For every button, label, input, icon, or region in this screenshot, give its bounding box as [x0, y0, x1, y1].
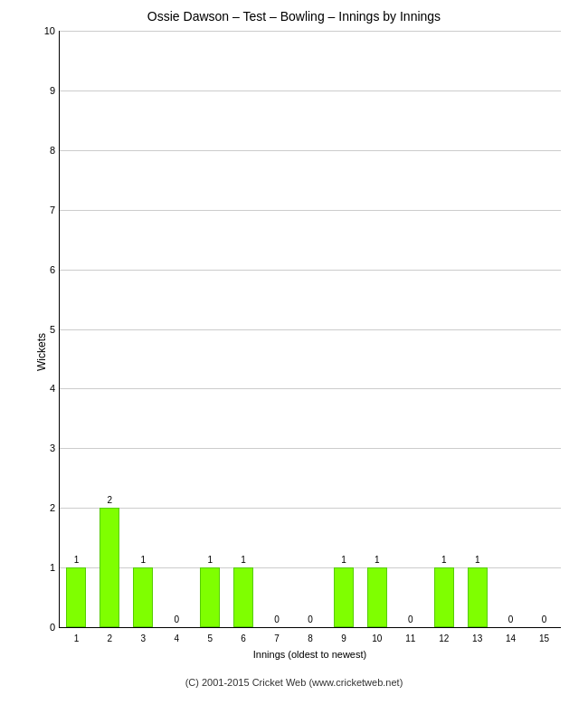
- bar-value-label: 2: [100, 495, 119, 505]
- y-tick-label: 0: [50, 622, 55, 633]
- bar-value-label: 1: [435, 555, 453, 565]
- x-tick-label: 2: [100, 634, 119, 643]
- x-tick-label: 1: [67, 634, 85, 643]
- grid-line: [60, 448, 561, 449]
- bar-value-label: 1: [201, 555, 219, 565]
- bar-value-label: 1: [335, 555, 353, 565]
- x-tick-label: 15: [536, 634, 554, 643]
- bar: [100, 508, 119, 627]
- bar-value-label: 1: [234, 555, 252, 565]
- x-tick-label: 4: [167, 634, 185, 643]
- bar-value-label: 0: [301, 614, 319, 624]
- y-tick-label: 7: [50, 205, 55, 215]
- bar: [66, 567, 86, 627]
- x-tick-label: 14: [502, 634, 520, 643]
- chart-title: Ossie Dawson – Test – Bowling – Innings …: [9, 9, 579, 24]
- bar-value-label: 0: [167, 614, 185, 624]
- x-tick-label: 7: [268, 634, 286, 643]
- grid-line: [60, 90, 561, 91]
- chart-area: 0123456789101122130415160708191100111121…: [59, 31, 561, 628]
- grid-line: [60, 388, 561, 389]
- grid-line: [60, 329, 561, 330]
- x-tick-label: 3: [134, 634, 152, 643]
- bar: [468, 567, 488, 627]
- bar-value-label: 0: [268, 614, 286, 624]
- x-tick-label: 6: [234, 634, 252, 643]
- x-tick-label: 9: [335, 634, 353, 643]
- y-tick-label: 4: [50, 383, 55, 394]
- bar: [233, 567, 253, 627]
- x-axis-title: Innings (oldest to newest): [59, 649, 561, 660]
- y-tick-label: 5: [50, 324, 55, 335]
- grid-line: [60, 31, 561, 32]
- grid-line: [60, 270, 561, 271]
- bar-value-label: 1: [469, 555, 487, 565]
- chart-container: Ossie Dawson – Test – Bowling – Innings …: [0, 0, 588, 724]
- bar-value-label: 1: [368, 555, 386, 565]
- grid-line: [60, 508, 561, 509]
- bar: [133, 567, 153, 627]
- bar-value-label: 0: [402, 614, 420, 624]
- y-tick-label: 9: [50, 85, 55, 96]
- y-tick-label: 1: [50, 562, 55, 573]
- bar: [334, 567, 354, 627]
- x-tick-label: 8: [301, 634, 319, 643]
- bar-value-label: 1: [134, 555, 152, 565]
- y-tick-label: 3: [50, 443, 55, 453]
- bar-value-label: 0: [536, 614, 554, 624]
- x-tick-label: 12: [435, 634, 453, 643]
- y-tick-label: 8: [50, 145, 55, 156]
- x-tick-label: 11: [402, 634, 420, 643]
- bar: [200, 567, 220, 627]
- footer: (C) 2001-2015 Cricket Web (www.cricketwe…: [9, 677, 579, 688]
- grid-line: [60, 210, 561, 211]
- grid-line: [60, 150, 561, 151]
- y-tick-label: 10: [44, 25, 55, 36]
- bar: [367, 567, 387, 627]
- bar-value-label: 1: [67, 555, 85, 565]
- y-tick-label: 2: [50, 502, 55, 513]
- y-axis-label: Wickets: [35, 333, 48, 371]
- bar: [434, 567, 454, 627]
- bar-value-label: 0: [502, 614, 520, 624]
- x-tick-label: 5: [201, 634, 219, 643]
- y-tick-label: 6: [50, 264, 55, 275]
- x-tick-label: 13: [469, 634, 487, 643]
- x-tick-label: 10: [368, 634, 386, 643]
